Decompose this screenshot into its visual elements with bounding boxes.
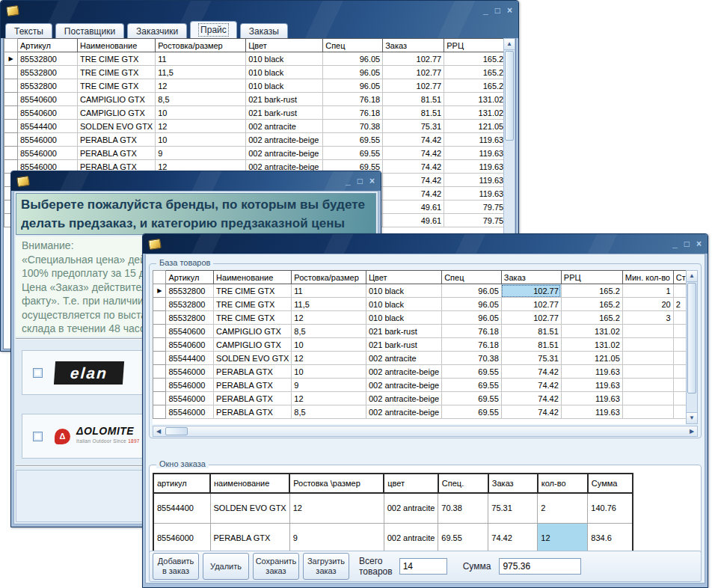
- table-cell[interactable]: 76.18: [323, 106, 383, 120]
- elan-checkbox[interactable]: [33, 368, 43, 378]
- load-order-button[interactable]: Загрузить заказ: [303, 553, 349, 580]
- table-cell[interactable]: 70.38: [438, 493, 488, 523]
- table-cell[interactable]: 49.61: [383, 200, 444, 214]
- table-cell[interactable]: TRE CIME GTX: [78, 52, 156, 66]
- table-cell[interactable]: 102.77: [501, 284, 561, 298]
- products-grid-vscrollbar[interactable]: ▲ ▼: [686, 270, 698, 424]
- table-cell[interactable]: 69.55: [323, 147, 383, 160]
- table-cell[interactable]: 10: [292, 338, 366, 352]
- table-cell[interactable]: [622, 379, 673, 392]
- table-cell[interactable]: 131.02: [561, 325, 622, 338]
- table-cell[interactable]: 002 antracite-beige: [246, 147, 323, 160]
- table-cell[interactable]: 74.42: [501, 365, 561, 379]
- table-cell[interactable]: 85546000: [166, 379, 214, 392]
- table-cell[interactable]: TRE CIME GTX: [78, 79, 156, 93]
- table-cell[interactable]: 85532800: [18, 79, 78, 93]
- table-cell[interactable]: CAMPIGLIO GTX: [78, 93, 156, 106]
- tab-zakazchiki[interactable]: Заказчики: [127, 23, 187, 38]
- table-cell[interactable]: 69.55: [442, 365, 502, 379]
- scroll-right-icon[interactable]: ▶: [687, 426, 697, 437]
- table-cell[interactable]: 119.63: [561, 379, 622, 392]
- table-cell[interactable]: 96.05: [323, 66, 383, 79]
- table-cell[interactable]: 74.42: [501, 379, 561, 392]
- table-cell[interactable]: TRE CIME GTX: [214, 284, 292, 298]
- table-cell[interactable]: 8,5: [292, 325, 366, 338]
- scroll-thumb[interactable]: [165, 427, 188, 435]
- table-cell[interactable]: 010 black: [246, 66, 323, 79]
- table-cell[interactable]: 010 black: [246, 52, 323, 66]
- table-cell[interactable]: CAMPIGLIO GTX: [214, 338, 292, 352]
- scroll-up-icon[interactable]: ▲: [504, 39, 515, 50]
- tab-teksty[interactable]: Тексты: [5, 23, 52, 38]
- table-cell[interactable]: 74.42: [383, 174, 444, 187]
- table-cell[interactable]: 010 black: [366, 284, 441, 298]
- table-cell[interactable]: 121.05: [444, 120, 506, 133]
- table-cell[interactable]: 165.2: [561, 311, 622, 325]
- table-cell[interactable]: 96.05: [323, 79, 383, 93]
- table-cell[interactable]: 85532800: [166, 298, 214, 311]
- table-cell[interactable]: 10: [292, 365, 366, 379]
- table-cell[interactable]: 8,5: [292, 405, 366, 419]
- table-cell[interactable]: 165.2: [444, 52, 506, 66]
- table-cell[interactable]: PERABLA GTX: [214, 365, 292, 379]
- table-cell[interactable]: 8,5: [156, 93, 246, 106]
- table-cell[interactable]: 002 antracite-beige: [246, 133, 323, 147]
- table-cell[interactable]: 20: [622, 298, 673, 311]
- price-window-titlebar[interactable]: _ □ ×: [1, 1, 518, 20]
- table-cell[interactable]: 002 antracite-beige: [366, 379, 441, 392]
- table-cell[interactable]: 81.51: [383, 93, 444, 106]
- table-cell[interactable]: SOLDEN EVO GTX: [214, 352, 292, 365]
- table-cell[interactable]: 85532800: [18, 66, 78, 79]
- table-cell[interactable]: 1: [622, 284, 673, 298]
- table-cell[interactable]: 74.42: [501, 405, 561, 419]
- table-cell[interactable]: 12: [292, 311, 366, 325]
- table-cell[interactable]: 119.63: [561, 365, 622, 379]
- table-cell[interactable]: 10: [156, 106, 246, 120]
- tab-zakazy[interactable]: Заказы: [240, 23, 288, 38]
- table-cell[interactable]: 12: [156, 79, 246, 93]
- brand-window-titlebar[interactable]: _ □ ×: [11, 171, 381, 191]
- table-cell[interactable]: 102.77: [501, 311, 561, 325]
- table-cell[interactable]: 002 antracite: [246, 120, 323, 133]
- minimize-button[interactable]: _: [483, 6, 488, 15]
- table-cell[interactable]: 834.6: [588, 523, 633, 553]
- table-cell[interactable]: 119.63: [444, 147, 506, 160]
- table-cell[interactable]: 002 antracite-beige: [366, 392, 441, 405]
- table-cell[interactable]: 74.42: [501, 392, 561, 405]
- dolomite-checkbox[interactable]: [33, 432, 43, 441]
- table-cell[interactable]: 165.2: [561, 298, 622, 311]
- save-order-button[interactable]: Сохранить заказ: [253, 553, 299, 580]
- table-cell[interactable]: 119.63: [444, 174, 506, 187]
- table-cell[interactable]: 75.31: [501, 352, 561, 365]
- table-cell[interactable]: 021 bark-rust: [366, 338, 441, 352]
- table-cell[interactable]: 11: [292, 284, 366, 298]
- table-cell[interactable]: 85544400: [18, 120, 78, 133]
- table-cell[interactable]: 69.55: [323, 133, 383, 147]
- table-cell[interactable]: 3: [622, 311, 673, 325]
- table-cell[interactable]: 12: [156, 120, 246, 133]
- table-cell[interactable]: 81.51: [383, 106, 444, 120]
- table-cell[interactable]: 165.2: [444, 66, 506, 79]
- table-cell[interactable]: [622, 325, 673, 338]
- table-cell[interactable]: 140.76: [588, 493, 633, 523]
- table-cell[interactable]: 12: [538, 523, 588, 553]
- table-cell[interactable]: 119.63: [444, 133, 506, 147]
- table-cell[interactable]: 119.63: [561, 392, 622, 405]
- table-cell[interactable]: 11: [156, 52, 246, 66]
- table-cell[interactable]: 96.05: [442, 284, 502, 298]
- table-cell[interactable]: 85546000: [166, 365, 214, 379]
- table-cell[interactable]: 002 antracite-beige: [366, 405, 441, 419]
- table-cell[interactable]: [622, 392, 673, 405]
- table-cell[interactable]: 85540600: [18, 93, 78, 106]
- maximize-button[interactable]: □: [495, 6, 500, 15]
- table-cell[interactable]: 69.55: [442, 379, 502, 392]
- minimize-button[interactable]: _: [672, 239, 678, 248]
- table-cell[interactable]: 102.77: [501, 298, 561, 311]
- table-cell[interactable]: 002 antracite: [384, 523, 438, 553]
- table-cell[interactable]: 81.51: [501, 338, 561, 352]
- table-cell[interactable]: SOLDEN EVO GTX: [210, 493, 289, 523]
- scroll-thumb[interactable]: [687, 283, 696, 393]
- delete-button[interactable]: Удалить: [203, 553, 249, 580]
- table-cell[interactable]: 85532800: [166, 284, 214, 298]
- table-cell[interactable]: PERABLA GTX: [210, 523, 289, 553]
